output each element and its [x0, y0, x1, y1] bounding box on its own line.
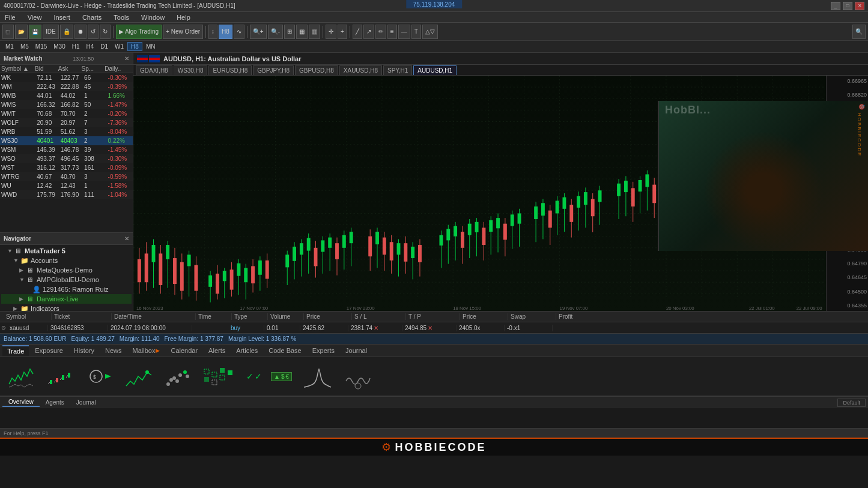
- bar-chart-btn[interactable]: ▦: [296, 25, 308, 39]
- mw-row-wmb[interactable]: WMB 44.01 44.02 1 1.66%: [0, 91, 133, 100]
- menu-tools[interactable]: Tools: [111, 14, 132, 21]
- mw-row-wms[interactable]: WMS 166.32 166.82 50 -1.47%: [0, 100, 133, 109]
- market-watch-close[interactable]: ✕: [124, 55, 129, 62]
- chart-tab-eurusd[interactable]: EURUSD,H8: [208, 65, 252, 75]
- tf-m1[interactable]: M1: [2, 43, 17, 50]
- chart-tab-spy[interactable]: SPY,H1: [383, 65, 412, 75]
- mw-col-spread[interactable]: Sp...: [80, 65, 104, 73]
- nav-ramon-ruiz[interactable]: 👤 1291465: Ramon Ruiz: [1, 285, 132, 294]
- tp-close-icon[interactable]: ✕: [428, 325, 432, 331]
- tab-calendar[interactable]: Calendar: [166, 346, 202, 355]
- tab-articles[interactable]: Articles: [231, 346, 263, 355]
- ide-btn[interactable]: IDE: [43, 25, 59, 39]
- zoom-out-btn[interactable]: 🔍-: [268, 25, 283, 39]
- menu-file[interactable]: File: [2, 14, 18, 21]
- mw-row-wsm[interactable]: WSM 146.39 146.78 39 -1.45%: [0, 145, 133, 154]
- mw-row-ws30[interactable]: WS30 40401 40403 2 0.22%: [0, 136, 133, 145]
- zoom-in-btn[interactable]: 🔍+: [250, 25, 267, 39]
- line-btn[interactable]: ╱: [353, 25, 362, 39]
- h8-btn[interactable]: H8: [219, 25, 232, 39]
- default-btn[interactable]: Default: [837, 399, 866, 407]
- tf-m5[interactable]: M5: [17, 43, 32, 50]
- menu-window[interactable]: Window: [139, 14, 167, 21]
- mw-col-ask[interactable]: Ask: [57, 65, 80, 73]
- tab-history[interactable]: History: [69, 346, 99, 355]
- mw-row-wwd[interactable]: WWD 175.79 176.90 111 -1.04%: [0, 190, 133, 199]
- new-chart-btn[interactable]: ⬚: [2, 25, 14, 39]
- small-tab-agents[interactable]: Agents: [40, 399, 70, 406]
- arrow-btn[interactable]: ↗: [363, 25, 374, 39]
- trade-row-xauusd[interactable]: ⊙ xauusd 3046162853 2024.07.19 08:00:00 …: [0, 322, 868, 333]
- mw-row-wolf[interactable]: WOLF 20.90 20.97 7 -7.36%: [0, 118, 133, 127]
- chart-tab-gdaxi[interactable]: GDAXI,H8: [136, 65, 172, 75]
- save-btn[interactable]: 💾: [29, 25, 41, 39]
- nav-ampglobal-demo[interactable]: ▼ 🖥 AMPGlobalEU-Demo: [1, 275, 132, 285]
- mw-col-daily[interactable]: Daily..: [103, 65, 127, 73]
- text-btn[interactable]: T: [411, 25, 421, 39]
- crosshair-btn[interactable]: ✛: [326, 25, 336, 39]
- refresh-btn[interactable]: ↺: [88, 25, 99, 39]
- small-tab-overview[interactable]: Overview: [2, 398, 40, 407]
- open-btn[interactable]: 📂: [15, 25, 28, 39]
- nav-indicators[interactable]: ▶ 📁 Indicators: [1, 304, 132, 311]
- tf-m15[interactable]: M15: [32, 43, 50, 50]
- mw-row-wst[interactable]: WST 316.12 317.73 161 -0.09%: [0, 163, 133, 172]
- small-tab-journal[interactable]: Journal: [70, 399, 102, 406]
- levels-btn[interactable]: ≡: [387, 25, 397, 39]
- tf-w1[interactable]: W1: [112, 43, 127, 50]
- navigator-close[interactable]: ✕: [124, 235, 129, 242]
- tab-journal[interactable]: Journal: [341, 346, 372, 355]
- search-chart-btn[interactable]: 🔍: [852, 25, 866, 39]
- tf-d1[interactable]: D1: [97, 43, 111, 50]
- rec-btn[interactable]: ⏺: [74, 25, 86, 39]
- mw-row-wu[interactable]: WU 12.42 12.43 1 -1.58%: [0, 181, 133, 190]
- hline-btn[interactable]: —: [398, 25, 410, 39]
- chart-canvas[interactable]: 16 Nov 2023 17 Nov 07:00 17 Nov 23:00 18…: [133, 76, 868, 311]
- menu-charts[interactable]: Charts: [80, 14, 104, 21]
- tab-alerts[interactable]: Alerts: [204, 346, 230, 355]
- chart-tab-audusd[interactable]: AUDUSD,H1: [413, 65, 457, 75]
- tab-exposure[interactable]: Exposure: [30, 346, 67, 355]
- tab-experts[interactable]: Experts: [308, 346, 339, 355]
- lock-btn[interactable]: 🔒: [60, 25, 73, 39]
- algo-trading-btn[interactable]: ▶ Algo Trading: [116, 25, 162, 39]
- menu-help[interactable]: Help: [174, 14, 193, 21]
- chart-tab-gbpusd[interactable]: GBPUSD,H8: [295, 65, 338, 75]
- tab-codebase[interactable]: Code Base: [264, 346, 306, 355]
- tf-mn[interactable]: MN: [143, 43, 159, 50]
- chart-tab-gbpjpy[interactable]: GBPJPY,H8: [253, 65, 294, 75]
- chart-type-btn[interactable]: ↕: [208, 25, 217, 39]
- tab-trade[interactable]: Trade: [2, 345, 29, 356]
- nav-metaquotes-demo[interactable]: ▶ 🖥 MetaQuotes-Demo: [1, 265, 132, 275]
- mw-row-wk[interactable]: WK 72.11 122.77 66 -0.30%: [0, 73, 133, 82]
- market-watch-scroll[interactable]: WK 72.11 122.77 66 -0.30% WM 222.43 222.…: [0, 73, 133, 232]
- mw-row-wrb[interactable]: WRB 51.59 51.62 3 -8.04%: [0, 127, 133, 136]
- mw-row-wm[interactable]: WM 222.43 222.88 45 -0.39%: [0, 82, 133, 91]
- menu-insert[interactable]: Insert: [51, 14, 73, 21]
- tf-h8[interactable]: H8: [127, 42, 142, 51]
- grid-btn[interactable]: ⊞: [284, 25, 295, 39]
- shapes-btn[interactable]: △▽: [422, 25, 438, 39]
- mw-col-symbol[interactable]: Symbol ▲: [0, 65, 34, 73]
- tf-h4[interactable]: H4: [83, 43, 97, 50]
- refresh2-btn[interactable]: ↻: [100, 25, 111, 39]
- menu-view[interactable]: View: [25, 14, 44, 21]
- sl-close-icon[interactable]: ✕: [374, 325, 378, 331]
- nav-darwinex-live[interactable]: ▶ 🖥 Darwinex-Live: [1, 294, 132, 304]
- minimize-btn[interactable]: _: [831, 2, 840, 10]
- plus-btn[interactable]: +: [338, 25, 347, 39]
- mw-row-wmt[interactable]: WMT 70.68 70.70 2 -0.20%: [0, 109, 133, 118]
- maximize-btn[interactable]: □: [843, 2, 852, 10]
- mw-row-wso[interactable]: WSO 493.37 496.45 308 -0.30%: [0, 154, 133, 163]
- tf-h1[interactable]: H1: [69, 43, 83, 50]
- mw-row-wtrg[interactable]: WTRG 40.67 40.70 3 -0.59%: [0, 172, 133, 181]
- tab-news[interactable]: News: [100, 346, 127, 355]
- nav-accounts[interactable]: ▼ 📁 Accounts: [1, 256, 132, 265]
- pen-btn[interactable]: ✏: [375, 25, 386, 39]
- candle-btn[interactable]: ▥: [309, 25, 320, 39]
- chart-line-btn[interactable]: ∿: [234, 25, 244, 39]
- overview-currency-icons[interactable]: ▲ $ €: [271, 372, 292, 381]
- mw-col-bid[interactable]: Bid: [34, 65, 57, 73]
- tab-mailbox[interactable]: Mailbox ▶: [128, 346, 165, 355]
- close-btn[interactable]: ✕: [855, 2, 864, 10]
